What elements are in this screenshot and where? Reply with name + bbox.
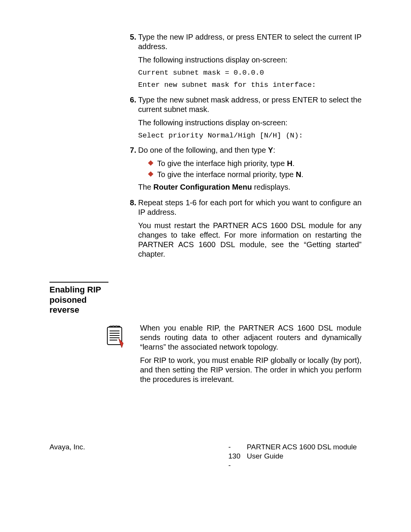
step-text: You must restart the PARTNER ACS 1600 DS…: [138, 221, 362, 259]
text: To give the interface high priority, typ…: [157, 159, 287, 168]
bullet-text: To give the interface normal priority, t…: [157, 170, 303, 179]
step-text: Type the new IP address, or press ENTER …: [138, 32, 362, 51]
footer-doc-title: PARTNER ACS 1600 DSL module User Guide: [247, 443, 362, 470]
step-6: 6. Type the new subnet mask address, or …: [125, 95, 362, 144]
note-block: When you enable RIP, the PARTNER ACS 160…: [49, 323, 362, 388]
section-heading: Enabling RIP poisoned reverse: [49, 285, 110, 315]
text: To give the interface normal priority, t…: [157, 170, 296, 179]
bullet-text: To give the interface high priority, typ…: [157, 159, 295, 168]
bold-key: Y: [268, 146, 273, 154]
code-line: Select priority Normal/High [N/H] (N):: [138, 131, 362, 141]
text: Do one of the following, and then type: [138, 146, 268, 154]
footer-company: Avaya, Inc.: [49, 443, 183, 470]
text: .: [292, 159, 295, 168]
text: :: [273, 146, 276, 154]
sub-bullet: To give the interface normal priority, t…: [149, 170, 362, 179]
sub-bullet: To give the interface high priority, typ…: [149, 159, 362, 168]
step-number: 8.: [125, 198, 138, 263]
text: The: [138, 183, 153, 191]
step-text: Repeat steps 1-6 for each port for which…: [138, 198, 362, 217]
section-rule: [49, 282, 108, 283]
bullet-icon: [148, 160, 153, 166]
step-text: The following instructions display on-sc…: [138, 118, 362, 128]
bullet-icon: [148, 171, 153, 177]
code-line: Enter new subnet mask for this interface…: [138, 81, 362, 90]
page-content: 5. Type the new IP address, or press ENT…: [49, 32, 362, 388]
note-text: When you enable RIP, the PARTNER ACS 160…: [140, 323, 362, 388]
section-heading-block: Enabling RIP poisoned reverse: [49, 282, 362, 315]
step-text: Do one of the following, and then type Y…: [138, 145, 362, 155]
bold-key: H: [287, 159, 292, 168]
note-icon: [104, 325, 125, 349]
step-number: 7.: [125, 145, 138, 196]
text: redisplays.: [252, 183, 290, 191]
step-7: 7. Do one of the following, and then typ…: [125, 145, 362, 196]
step-text: The Router Configuration Menu redisplays…: [138, 182, 362, 192]
bold-text: Router Configuration Menu: [153, 183, 252, 191]
step-5: 5. Type the new IP address, or press ENT…: [125, 32, 362, 93]
step-number: 5.: [125, 32, 138, 93]
step-text: Type the new subnet mask address, or pre…: [138, 95, 362, 114]
step-number: 6.: [125, 95, 138, 144]
note-icon-cell: [49, 323, 140, 388]
text: .: [301, 170, 304, 179]
step-text: The following instructions display on-sc…: [138, 55, 362, 65]
code-line: Current subnet mask = 0.0.0.0: [138, 69, 362, 78]
footer-page-number: - 130 -: [228, 443, 244, 470]
note-paragraph: For RIP to work, you must enable RIP glo…: [140, 356, 362, 384]
step-8: 8. Repeat steps 1-6 for each port for wh…: [125, 198, 362, 263]
bold-key: N: [296, 170, 301, 179]
page-footer: Avaya, Inc. - 130 - PARTNER ACS 1600 DSL…: [49, 443, 362, 470]
note-paragraph: When you enable RIP, the PARTNER ACS 160…: [140, 323, 362, 352]
